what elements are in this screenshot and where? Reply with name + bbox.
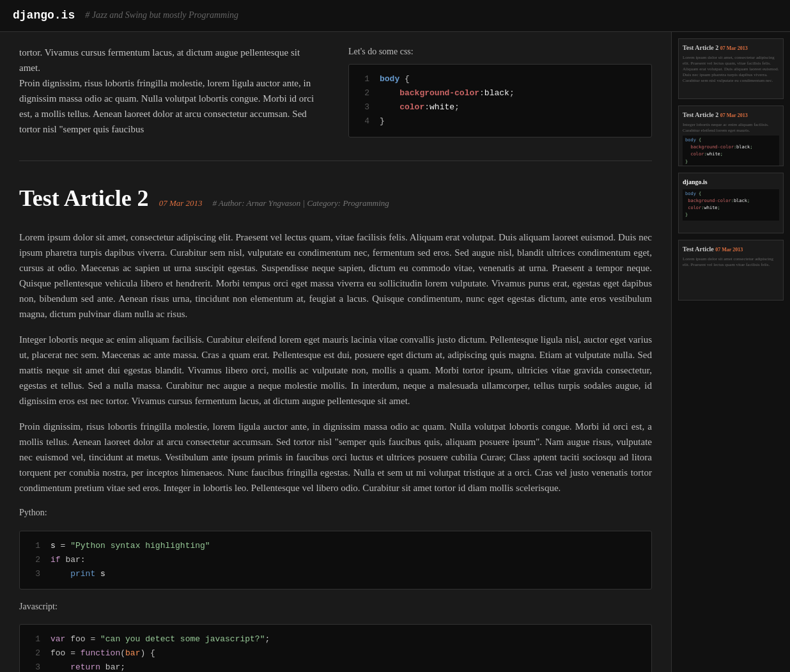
css-line-1: 1 body { [359, 72, 641, 86]
article-date: 07 Mar 2013 [159, 197, 203, 210]
py-line-3: 3 print s [30, 567, 641, 581]
css-label: Let's do some css: [348, 45, 652, 59]
css-code-block: 1 body { 2 background-color:black; 3 col… [348, 64, 652, 137]
sidebar-thumb-2-title: Test Article 2 07 Mar 2013 [683, 110, 779, 120]
sidebar-thumb-2[interactable]: Test Article 2 07 Mar 2013 Integer lobor… [678, 105, 784, 166]
article-para-3: Proin dignissim, risus lobortis fringill… [19, 419, 652, 496]
intro-section: tortor. Vivamus cursus fermentum lacus, … [19, 45, 652, 148]
sidebar-thumb-4[interactable]: Test Article 07 Mar 2013 Lorem ipsum dol… [678, 240, 784, 301]
article-title: Test Article 2 [19, 180, 149, 217]
intro-left: tortor. Vivamus cursus fermentum lacus, … [19, 45, 323, 148]
js-label: Javascript: [19, 600, 652, 614]
article-author-category: # Author: Arnar Yngvason | Category: Pro… [213, 197, 389, 210]
css-line-3: 3 color:white; [359, 100, 641, 114]
sidebar-thumb-2-text: Integer lobortis neque ac enim aliquam f… [683, 122, 779, 134]
article-separator [19, 160, 652, 161]
article-para-1: Lorem ipsum dolor sit amet, consectetur … [19, 230, 652, 322]
js-line-2: 2 foo = function(bar) { [30, 646, 641, 660]
sidebar-thumb-2-code: body { background-color:black; color:whi… [683, 136, 779, 166]
css-line-4: 4 } [359, 114, 641, 129]
python-code-block: 1 s = "Python syntax highlighting" 2 if … [19, 531, 652, 590]
content-area: tortor. Vivamus cursus fermentum lacus, … [0, 32, 672, 672]
sidebar-thumb-1[interactable]: Test Article 2 07 Mar 2013 Lorem ipsum d… [678, 38, 784, 99]
js-line-1: 1 var foo = "can you detect some javascr… [30, 632, 641, 646]
sidebar-thumb-4-title: Test Article 07 Mar 2013 [683, 244, 779, 254]
python-label: Python: [19, 506, 652, 520]
sidebar-thumb-4-text: Lorem ipsum dolor sit amet consectetur a… [683, 256, 779, 268]
sidebar-thumb-1-text: Lorem ipsum dolor sit amet, consectetur … [683, 55, 779, 84]
site-title[interactable]: django.is [13, 6, 75, 25]
article-test-2: Test Article 2 07 Mar 2013 # Author: Arn… [19, 174, 652, 672]
main-layout: tortor. Vivamus cursus fermentum lacus, … [0, 32, 790, 672]
article-body: Lorem ipsum dolor sit amet, consectetur … [19, 230, 652, 672]
article-para-2: Integer lobortis neque ac enim aliquam f… [19, 332, 652, 409]
sidebar-thumb-3-title: django.is [683, 177, 779, 187]
site-tagline: # Jazz and Swing but mostly Programming [85, 8, 238, 22]
sidebar-thumb-3-code: body { background-color:black; color:whi… [683, 189, 779, 221]
sidebar: Test Article 2 07 Mar 2013 Lorem ipsum d… [672, 32, 790, 672]
site-header: django.is # Jazz and Swing but mostly Pr… [0, 0, 790, 32]
article-header: Test Article 2 07 Mar 2013 # Author: Arn… [19, 174, 652, 217]
js-line-3: 3 return bar; [30, 660, 641, 672]
intro-right: Let's do some css: 1 body { 2 background… [348, 45, 652, 148]
intro-para-2: Proin dignissim, risus lobortis fringill… [19, 75, 323, 137]
sidebar-thumb-3[interactable]: django.is body { background-color:black;… [678, 173, 784, 233]
sidebar-thumb-1-title: Test Article 2 07 Mar 2013 [683, 43, 779, 53]
py-line-1: 1 s = "Python syntax highlighting" [30, 539, 641, 553]
py-line-2: 2 if bar: [30, 553, 641, 567]
intro-para-1: tortor. Vivamus cursus fermentum lacus, … [19, 45, 323, 75]
js-code-block: 1 var foo = "can you detect some javascr… [19, 624, 652, 672]
css-line-2: 2 background-color:black; [359, 86, 641, 100]
